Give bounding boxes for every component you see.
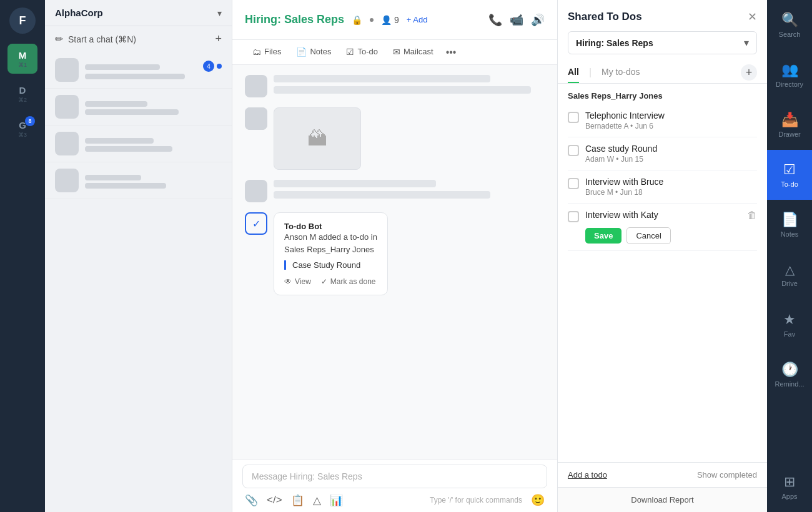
snippet-icon[interactable]: 📋 bbox=[291, 494, 304, 507]
todo-meta-sep: • bbox=[616, 155, 621, 164]
apps-nav-item[interactable]: ⊞ Apps bbox=[767, 462, 812, 512]
left-icon-bar: F M ⌘1 D ⌘2 8 G ⌘3 bbox=[0, 0, 45, 512]
todo-icon: ☑ bbox=[346, 47, 354, 57]
fav-nav-item[interactable]: ★ Fav bbox=[767, 300, 812, 350]
todo-editing-actions: Save Cancel bbox=[585, 227, 757, 244]
chat-list: 4 bbox=[45, 52, 232, 512]
video-icon[interactable]: 📹 bbox=[510, 13, 523, 27]
save-button[interactable]: Save bbox=[585, 228, 621, 244]
notification-badge-3: 8 bbox=[25, 116, 35, 126]
todo-checkbox[interactable] bbox=[568, 145, 579, 156]
shortcut-1: ⌘1 bbox=[18, 62, 27, 68]
drive-icon[interactable]: △ bbox=[313, 494, 321, 507]
chat-item[interactable] bbox=[45, 162, 232, 199]
todos-channel-dropdown[interactable]: Hiring: Sales Reps ▾ bbox=[568, 31, 757, 54]
message-row bbox=[245, 180, 545, 202]
bot-message-row: ✓ To-do Bot Anson M added a to-do inSale… bbox=[245, 212, 545, 295]
tab-mailcast[interactable]: ✉ Mailcast bbox=[385, 40, 441, 65]
chat-preview-placeholder bbox=[85, 146, 172, 152]
notes-icon: 📄 bbox=[296, 47, 307, 57]
todo-editing-row: Interview with Katy 🗑 bbox=[568, 210, 757, 222]
workspace-item-2[interactable]: D ⌘2 bbox=[7, 79, 37, 109]
files-icon: 🗂 bbox=[252, 47, 261, 57]
add-todo-link[interactable]: Add a todo bbox=[568, 470, 607, 480]
view-button[interactable]: 👁 View bbox=[284, 277, 311, 286]
cancel-button[interactable]: Cancel bbox=[626, 227, 670, 244]
todo-item: Telephonic Interview Bernadette A • Jun … bbox=[568, 104, 757, 137]
todo-name: Case study Round bbox=[585, 144, 757, 154]
todo-nav-item[interactable]: ☑ To-do bbox=[767, 150, 812, 200]
remind-nav-item[interactable]: 🕐 Remind... bbox=[767, 350, 812, 400]
todo-assignee: Bernadette A bbox=[585, 122, 628, 130]
notes-nav-item[interactable]: 📄 Notes bbox=[767, 200, 812, 250]
right-icon-bar: 🔍 Search 👥 Directory 📥 Drawer ☑ To-do 📄 … bbox=[767, 0, 812, 512]
app-logo[interactable]: F bbox=[9, 7, 36, 34]
directory-nav-item[interactable]: 👥 Directory bbox=[767, 50, 812, 100]
view-label: View bbox=[295, 277, 311, 286]
input-toolbar: 📎 </> 📋 △ 📊 Type '/' for quick commands … bbox=[242, 493, 547, 507]
avatar bbox=[55, 95, 79, 119]
call-icon[interactable]: 📞 bbox=[488, 13, 502, 27]
chat-item[interactable]: 4 bbox=[45, 52, 232, 89]
message-line bbox=[274, 86, 531, 94]
sidebar-chevron-icon[interactable]: ▾ bbox=[217, 8, 222, 18]
add-members-button[interactable]: + Add bbox=[407, 15, 428, 24]
apps-label: Apps bbox=[781, 493, 797, 500]
todo-meta-sep: • bbox=[615, 188, 620, 197]
avatar bbox=[245, 75, 267, 97]
fav-label: Fav bbox=[784, 330, 795, 338]
more-nav-icon[interactable]: ••• bbox=[441, 47, 462, 58]
show-completed-button[interactable]: Show completed bbox=[697, 470, 757, 480]
chat-name-placeholder bbox=[85, 175, 141, 180]
files-tab-label: Files bbox=[264, 47, 281, 56]
close-icon[interactable]: ✕ bbox=[748, 10, 757, 24]
message-content bbox=[274, 75, 545, 97]
sidebar: AlphaCorp ▾ ✏ Start a chat (⌘N) + 4 bbox=[45, 0, 232, 512]
drawer-nav-item[interactable]: 📥 Drawer bbox=[767, 100, 812, 150]
todo-nav-icon: ☑ bbox=[783, 162, 796, 178]
emoji-icon[interactable]: 🙂 bbox=[531, 493, 545, 507]
todo-meta: Bruce M • Jun 18 bbox=[585, 188, 757, 197]
download-report-button[interactable]: Download Report bbox=[558, 487, 767, 512]
todo-checkbox[interactable] bbox=[568, 112, 579, 123]
tab-my-todos[interactable]: My to-dos bbox=[602, 62, 640, 83]
todo-checkbox[interactable] bbox=[568, 211, 579, 222]
message-content bbox=[274, 180, 545, 202]
message-input[interactable]: Message Hiring: Sales Reps bbox=[242, 465, 547, 488]
tab-notes[interactable]: 📄 Notes bbox=[289, 40, 339, 65]
delete-icon[interactable]: 🗑 bbox=[747, 210, 757, 221]
todos-panel: Shared To Dos ✕ Hiring: Sales Reps ▾ All… bbox=[557, 0, 767, 512]
add-todo-plus-button[interactable]: + bbox=[741, 64, 757, 81]
unread-count-badge: 4 bbox=[203, 61, 214, 72]
todo-item: Case study Round Adam W • Jun 15 bbox=[568, 137, 757, 170]
bot-name: To-do Bot bbox=[284, 222, 377, 231]
todo-date: Jun 18 bbox=[620, 188, 643, 197]
todos-title: Shared To Dos bbox=[568, 11, 642, 23]
tab-files[interactable]: 🗂 Files bbox=[245, 40, 289, 65]
notes-tab-label: Notes bbox=[310, 47, 331, 56]
volume-icon[interactable]: 🔊 bbox=[531, 13, 545, 27]
tab-todo[interactable]: ☑ To-do bbox=[339, 40, 385, 65]
todo-name: Telephonic Interview bbox=[585, 111, 757, 121]
workspace-item-3[interactable]: 8 G ⌘3 bbox=[7, 114, 37, 144]
workspace-item-1[interactable]: M ⌘1 bbox=[7, 44, 37, 74]
new-chat-button[interactable]: ✏ Start a chat (⌘N) + bbox=[45, 26, 232, 52]
eye-icon: 👁 bbox=[284, 277, 292, 286]
chat-item[interactable] bbox=[45, 126, 232, 162]
mark-done-button[interactable]: ✓ Mark as done bbox=[321, 277, 376, 286]
chat-item[interactable] bbox=[45, 89, 232, 126]
apps-icon: ⊞ bbox=[784, 474, 795, 490]
search-nav-item[interactable]: 🔍 Search bbox=[767, 0, 812, 50]
chart-icon[interactable]: 📊 bbox=[330, 494, 343, 507]
tab-all[interactable]: All bbox=[568, 62, 579, 83]
code-icon[interactable]: </> bbox=[267, 494, 282, 506]
badge-container: 4 bbox=[203, 61, 222, 72]
message-line bbox=[274, 180, 436, 187]
todo-checkbox[interactable] bbox=[568, 178, 579, 189]
todo-nav-label: To-do bbox=[781, 180, 798, 188]
drawer-icon: 📥 bbox=[781, 112, 798, 128]
workspace-icon-2: D bbox=[19, 85, 26, 96]
attachment-icon[interactable]: 📎 bbox=[245, 494, 258, 507]
drive-nav-item[interactable]: △ Drive bbox=[767, 250, 812, 300]
todo-meta: Adam W • Jun 15 bbox=[585, 155, 757, 164]
